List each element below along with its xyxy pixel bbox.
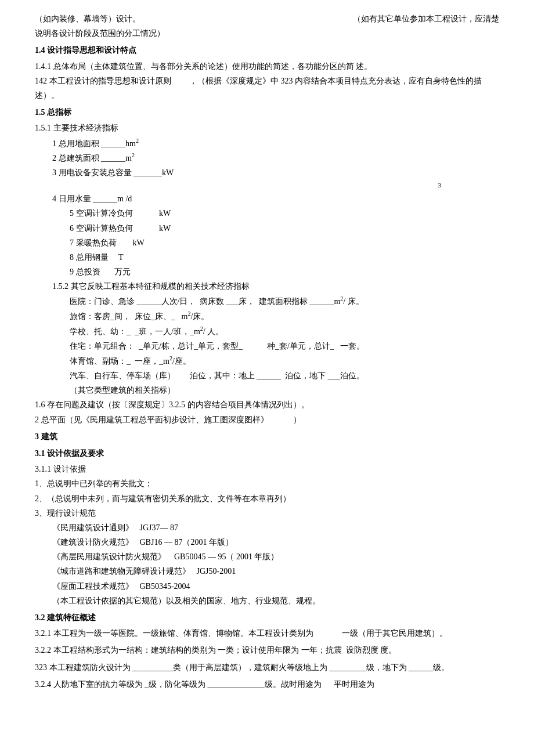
item-residence: 住宅：单元组合： _单元/栋，总计_单元，套型_ 种_套/单元，总计_ 一套。 bbox=[35, 339, 499, 353]
basis-1: 1、总说明中已列举的有关批文； bbox=[35, 476, 499, 491]
section-2: 2 总平面（见《民用建筑工程总平面初步设计、施工图深度图样》 ） bbox=[35, 413, 499, 427]
item-hotel: 旅馆：客房_间， 床位_床、_ m2/床。 bbox=[35, 309, 499, 324]
item-heating-ac: 6 空调计算热负何 kW bbox=[35, 221, 499, 236]
item-floor: 2 总建筑面积 ______m2 bbox=[35, 150, 499, 165]
item-stadium: 体育馆、副场：_ 一座，_m2/座。 bbox=[35, 353, 499, 368]
section-3-2-4: 3.2.4 人防地下室的抗力等级为 _级，防化等级为 _____________… bbox=[35, 677, 499, 692]
section-3: 3 建筑 bbox=[35, 429, 499, 444]
regulation-1: 《民用建筑设计通则》 JGJ37— 87 bbox=[35, 520, 499, 535]
regulation-4: 《城市道路和建筑物无障碍设计规范》 JGJ50-2001 bbox=[35, 564, 499, 578]
section-3-1: 3.1 设计依据及要求 bbox=[35, 446, 499, 461]
item-steel: 8 总用钢量 T bbox=[35, 250, 499, 265]
section-1-5: 1.5 总指标 bbox=[35, 105, 499, 120]
section-1-6: 1.6 存在问题及建议（按〔深度规定〕3.2.5 的内容结合项目具体情况列出）。 bbox=[35, 397, 499, 412]
regulation-5: 《屋面工程技术规范》 GB50345-2004 bbox=[35, 579, 499, 594]
section-3-2-1: 3.2.1 本工程为一级一等医院。一级旅馆、体育馆、博物馆。本工程设计类别为 一… bbox=[35, 626, 499, 641]
item-electric: 3 用电设备安装总容量 _______kW bbox=[35, 165, 499, 180]
item-parking: 汽车、自行车、停车场（库） 泊位，其中：地上 ______ 泊位，地下 ___泊… bbox=[35, 368, 499, 383]
item-land: 1 总用地面积 ______hm2 bbox=[35, 136, 499, 151]
section-3-2: 3.2 建筑特征概述 bbox=[35, 610, 499, 625]
regulation-3: 《高层民用建筑设计防火规范》 GB50045 — 95（ 2001 年版） bbox=[35, 549, 499, 564]
line-header-1: （如内装修、幕墙等）设计。 （如有其它单位参加本工程设计，应清楚 bbox=[35, 12, 499, 26]
basis-3: 3、现行设计规范 bbox=[35, 506, 499, 520]
section-3-1-1: 3.1.1 设计依据 bbox=[35, 462, 499, 476]
item-other-type: （其它类型建筑的相关指标） bbox=[35, 383, 499, 397]
superscript-3-line: 3 bbox=[35, 180, 499, 191]
section-1-5-2: 1.5.2 其它反映工程基本特征和规模的相关技术经济指标 bbox=[35, 279, 499, 294]
basis-2: 2、（总说明中未列，而与建筑有密切关系的批文、文件等在本章再列） bbox=[35, 491, 499, 506]
item-water: 4 日用水量 ______m /d bbox=[35, 191, 499, 206]
line-header-2: 说明各设计阶段及范围的分工情况） bbox=[35, 26, 499, 41]
item-school: 学校、托、幼：_ _班，一人/班，_m2/ 人。 bbox=[35, 324, 499, 339]
section-3-2-2: 3.2.2 本工程结构形式为一结构：建筑结构的类别为 一类；设计使用年限为 一年… bbox=[35, 643, 499, 657]
item-cooling: 5 空调计算冷负何 kW bbox=[35, 206, 499, 220]
section-1-5-1: 1.5.1 主要技术经济指标 bbox=[35, 121, 499, 135]
section-1-4: 1.4 设计指导思想和设计特点 bbox=[35, 43, 499, 57]
item-investment: 9 总投资 万元 bbox=[35, 265, 499, 279]
item-heating: 7 采暖热负荷 kW bbox=[35, 236, 499, 250]
section-323: 323 本工程建筑防火设计为 __________类（用于高层建筑），建筑耐火等… bbox=[35, 660, 499, 675]
regulation-2: 《建筑设计防火规范》 GBJ16 — 87（2001 年版） bbox=[35, 535, 499, 549]
document-body: （如内装修、幕墙等）设计。 （如有其它单位参加本工程设计，应清楚 说明各设计阶段… bbox=[35, 12, 499, 692]
item-hospital: 医院：门诊、急诊 ______人次/日， 病床数 ___床， 建筑面积指标 __… bbox=[35, 294, 499, 309]
section-142: 142 本工程设计的指导思想和设计原则 ，（根据《深度规定》中 323 内容结合… bbox=[35, 74, 499, 103]
section-1-4-1: 1.4.1 总体布局（主体建筑位置、与各部分关系的论述）使用功能的简述，各功能分… bbox=[35, 59, 499, 74]
regulation-other: （本工程设计依据的其它规范）以及相关的国家、地方、行业规范、规程。 bbox=[35, 594, 499, 608]
